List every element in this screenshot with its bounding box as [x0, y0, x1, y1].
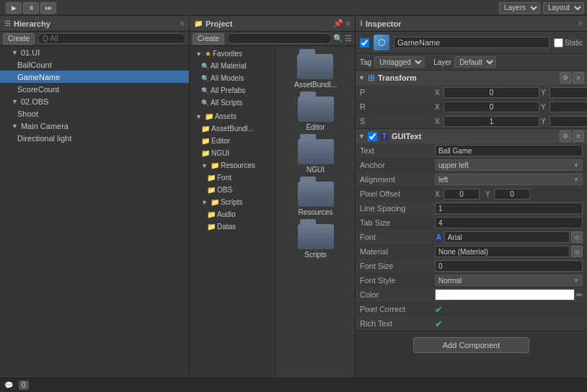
guitext-header[interactable]: ▼ T GUIText ⚙ ≡ [356, 129, 587, 143]
rich-text-row: Rich Text ✔ [356, 316, 587, 331]
proj-assets[interactable]: ▼ 📁 Assets [190, 110, 275, 122]
transform-settings-btn[interactable]: ⚙ [560, 72, 571, 84]
font-type-icon: A [435, 233, 443, 242]
hierarchy-menu[interactable]: ≡ [180, 19, 185, 27]
pixel-correct-check[interactable]: ✔ [435, 304, 443, 315]
pause-button[interactable]: ⏸ [23, 2, 39, 14]
step-button[interactable]: ⏭ [40, 2, 56, 14]
proj-editor[interactable]: 📁 Editor [190, 135, 275, 147]
pos-y-input[interactable] [550, 87, 587, 98]
project-search[interactable] [227, 33, 332, 44]
proj-all-scripts[interactable]: 🔍 All Scripts [190, 97, 275, 109]
proj-all-prefabs[interactable]: 🔍 All Prefabs [190, 84, 275, 97]
tree-item-obs[interactable]: ▼ 02.OBS [0, 95, 189, 107]
rich-text-check[interactable]: ✔ [435, 318, 443, 329]
text-field-input[interactable] [435, 145, 583, 156]
tree-item-maincam[interactable]: ▼ Main Camera [0, 120, 189, 132]
pos-x-input[interactable] [443, 87, 539, 98]
proj-font[interactable]: 📁 Font [190, 172, 275, 184]
rich-text-label: Rich Text [360, 319, 432, 328]
scale-y-input[interactable] [550, 116, 587, 127]
scale-x-input[interactable] [443, 116, 539, 127]
proj-assetbundl[interactable]: 📁 AssetBundl... [190, 122, 275, 135]
material-input[interactable] [435, 246, 570, 257]
arrow-maincam: ▼ [12, 122, 18, 130]
asset-resources[interactable]: Resources [298, 177, 334, 216]
asset-scripts-label: Scripts [304, 251, 327, 259]
asset-assetbundl[interactable]: AssetBundl... [294, 49, 337, 89]
pixel-offset-row: Pixel Offset X Y [356, 187, 587, 201]
play-button[interactable]: ▶ [6, 2, 22, 14]
hierarchy-search[interactable] [37, 33, 186, 44]
layers-select[interactable]: Layers [499, 2, 540, 14]
font-folder-label: Font [217, 174, 231, 182]
material-select-btn[interactable]: ◎ [571, 246, 583, 257]
guitext-settings-btn[interactable]: ⚙ [560, 130, 571, 142]
alignment-dropdown[interactable]: left ▼ [435, 174, 583, 185]
font-select-btn[interactable]: ◎ [571, 231, 583, 243]
project-icon: 📁 [194, 19, 203, 27]
static-checkbox[interactable] [554, 38, 563, 48]
object-enable-checkbox[interactable] [360, 38, 369, 48]
rot-x-input[interactable] [443, 102, 539, 112]
tree-item-ballcount[interactable]: BallCount [0, 58, 189, 71]
transform-header[interactable]: ▼ ⊞ Transform ⚙ ≡ [356, 71, 587, 85]
object-name-field[interactable] [394, 37, 550, 48]
add-component-btn[interactable]: Add Component [413, 337, 530, 353]
tree-item-dirlight[interactable]: Directional light [0, 132, 189, 144]
line-spacing-input[interactable] [435, 202, 583, 214]
search-icon-scripts: 🔍 [201, 99, 209, 107]
transform-toggle: ▼ [358, 74, 365, 81]
ngui-icon: 📁 [201, 149, 210, 157]
tag-select[interactable]: Untagged [374, 56, 425, 68]
eyedropper-btn[interactable]: ✏ [576, 290, 583, 300]
offset-y-input[interactable] [494, 189, 530, 200]
font-size-row: Font Size [356, 259, 587, 273]
project-search-options[interactable]: 🔍 [333, 34, 343, 43]
tab-size-input[interactable] [435, 217, 583, 228]
anchor-row: Anchor upper left ▼ [356, 158, 587, 172]
folder-icon-editor [298, 92, 334, 122]
guitext-menu-btn[interactable]: ≡ [573, 130, 584, 142]
rot-y-input[interactable] [550, 102, 587, 112]
object-type-icon: ⬡ [374, 35, 389, 50]
layout-select[interactable]: Layout [543, 2, 584, 14]
proj-obs[interactable]: 📁 OBS [190, 184, 275, 196]
font-size-input[interactable] [435, 260, 583, 272]
font-input[interactable] [444, 231, 570, 243]
proj-datas[interactable]: 📁 Datas [190, 220, 275, 233]
asset-ngui[interactable]: NGUI [298, 134, 334, 174]
proj-resources[interactable]: ▼ 📁 Resources [190, 159, 275, 172]
proj-scripts[interactable]: ▼ 📁 Scripts [190, 196, 275, 208]
layer-select[interactable]: Default [454, 56, 496, 68]
asset-editor[interactable]: Editor [298, 92, 334, 131]
project-menu[interactable]: ≡ [346, 19, 350, 28]
proj-audio[interactable]: 📁 Audio [190, 208, 275, 220]
tree-item-gamename[interactable]: GameName [0, 71, 189, 83]
guitext-enable-checkbox[interactable] [368, 132, 377, 141]
anchor-arrow: ▼ [573, 162, 579, 169]
project-pin[interactable]: 📌 [333, 19, 343, 28]
proj-all-models[interactable]: 🔍 All Models [190, 72, 275, 84]
static-group: Static [554, 38, 583, 48]
assets-arrow: ▼ [195, 113, 202, 120]
tree-item-scorecount[interactable]: ScoreCount [0, 83, 189, 95]
tree-item-shoot[interactable]: Shoot [0, 107, 189, 120]
font-style-dropdown[interactable]: Normal ▼ [435, 275, 583, 286]
status-badge: 0 [19, 380, 29, 390]
inspector-menu[interactable]: ≡ [578, 19, 583, 27]
offset-x-group: X [435, 189, 480, 200]
project-filter[interactable]: ☰ [345, 34, 352, 43]
offset-x-input[interactable] [443, 189, 480, 200]
asset-scripts[interactable]: Scripts [298, 219, 334, 259]
proj-all-material[interactable]: 🔍 All Material [190, 60, 275, 72]
color-swatch[interactable] [435, 289, 575, 300]
hierarchy-create-btn[interactable]: Create [3, 33, 35, 45]
proj-favorites[interactable]: ▼ ★ Favorites [190, 48, 275, 60]
tree-item-ui[interactable]: ▼ 01.UI [0, 46, 189, 58]
transform-menu-btn[interactable]: ≡ [573, 72, 584, 84]
project-create-btn[interactable]: Create [193, 33, 224, 45]
proj-ngui[interactable]: 📁 NGUI [190, 147, 275, 159]
anchor-dropdown[interactable]: upper left ▼ [435, 159, 583, 171]
assets-folder-icon: 📁 [205, 112, 213, 120]
